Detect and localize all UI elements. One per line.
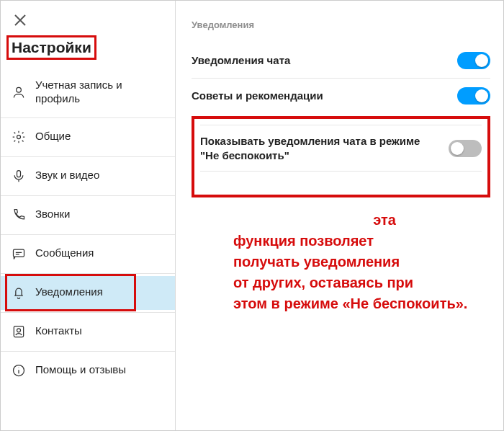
contacts-icon xyxy=(11,324,27,339)
toggle-chat-notifications[interactable] xyxy=(457,52,490,69)
sidebar-item-label: Общие xyxy=(35,130,71,143)
sidebar-item-audio-video[interactable]: Звук и видео xyxy=(1,159,175,193)
svg-point-7 xyxy=(17,328,21,332)
setting-label: Советы и рекомендации xyxy=(192,89,323,103)
svg-point-3 xyxy=(17,135,21,138)
settings-window: Настройки Учетная запись и профиль Общие xyxy=(0,0,504,431)
sidebar-item-calls[interactable]: Звонки xyxy=(1,198,175,232)
sidebar-item-help[interactable]: Помощь и отзывы xyxy=(1,354,175,388)
info-icon xyxy=(11,363,27,378)
sidebar-item-general[interactable]: Общие xyxy=(1,120,175,154)
toggle-dnd-notifications[interactable] xyxy=(449,140,482,157)
sidebar-item-label: Сообщения xyxy=(35,246,94,260)
sidebar: Настройки Учетная запись и профиль Общие xyxy=(1,1,176,430)
sidebar-title-highlight: Настройки xyxy=(6,35,96,60)
annotation-line: функция позволяет xyxy=(233,231,492,252)
sidebar-item-label: Контакты xyxy=(35,324,82,338)
svg-rect-6 xyxy=(14,326,23,337)
sidebar-item-label: Помощь и отзывы xyxy=(35,363,126,377)
sidebar-item-account[interactable]: Учетная запись и профиль xyxy=(1,70,175,115)
dnd-setting-highlight: Показывать уведомления чата в режиме "Не… xyxy=(192,116,490,197)
close-icon xyxy=(14,14,27,27)
svg-rect-4 xyxy=(17,170,21,177)
setting-chat-notifications: Уведомления чата xyxy=(192,43,490,79)
sidebar-item-label: Учетная запись и профиль xyxy=(35,79,165,106)
bell-icon xyxy=(11,285,27,301)
svg-rect-5 xyxy=(14,249,24,257)
sidebar-title: Настройки xyxy=(12,39,91,56)
section-title: Уведомления xyxy=(192,19,490,30)
person-icon xyxy=(11,84,27,100)
sidebar-item-notifications[interactable]: Уведомления xyxy=(1,276,175,310)
annotation-line: получать уведомления xyxy=(233,252,492,272)
message-icon xyxy=(11,246,27,262)
setting-dnd-notifications: Показывать уведомления чата в режиме "Не… xyxy=(200,125,482,172)
sidebar-item-messages[interactable]: Сообщения xyxy=(1,237,175,271)
svg-point-2 xyxy=(17,87,22,92)
toggle-knob xyxy=(451,142,464,155)
gear-icon xyxy=(11,129,27,145)
sidebar-item-label: Звонки xyxy=(35,208,70,221)
annotation-line: этом в режиме «Не беспокоить». xyxy=(233,293,492,314)
sidebar-item-label: Уведомления xyxy=(35,285,103,299)
sidebar-item-label: Звук и видео xyxy=(35,169,99,182)
setting-tips: Советы и рекомендации xyxy=(192,79,490,113)
annotation-text: эта функция позволяет получать уведомлен… xyxy=(233,210,492,314)
toggle-knob xyxy=(475,89,488,102)
setting-label: Уведомления чата xyxy=(192,53,290,68)
phone-icon xyxy=(11,207,27,223)
annotation-line: эта xyxy=(334,210,435,231)
sidebar-nav: Учетная запись и профиль Общие Звук и ви… xyxy=(1,70,175,388)
annotation-line: от других, оставаясь при xyxy=(233,272,492,293)
toggle-knob xyxy=(475,54,488,67)
setting-label: Показывать уведомления чата в режиме "Не… xyxy=(200,134,438,162)
toggle-tips[interactable] xyxy=(457,87,490,105)
main-panel: Уведомления Уведомления чата Советы и ре… xyxy=(176,1,503,430)
sidebar-item-contacts[interactable]: Контакты xyxy=(1,315,175,349)
close-button[interactable] xyxy=(14,14,27,27)
microphone-icon xyxy=(11,168,27,184)
